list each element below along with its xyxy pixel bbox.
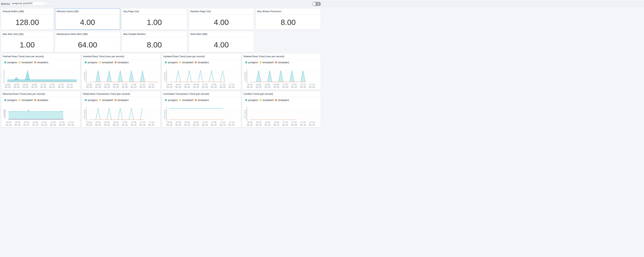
svg-text:17:06: 17:06 [49,84,55,86]
svg-text:17:14: 17:14 [148,84,154,86]
svg-text:08–30: 08–30 [113,124,119,126]
svg-text:17:06: 17:06 [131,121,136,123]
svg-text:08–30: 08–30 [32,124,38,126]
svg-text:08–30: 08–30 [282,124,288,126]
svg-text:17:14: 17:14 [68,121,74,123]
svg-text:08–30: 08–30 [148,86,154,88]
svg-text:08–30: 08–30 [113,86,119,88]
svg-text:08–30: 08–30 [31,86,37,88]
svg-text:1: 1 [166,107,167,110]
svg-text:17:10: 17:10 [220,121,225,123]
svg-text:08–30: 08–30 [6,124,12,126]
svg-text:08–30: 08–30 [273,124,279,126]
svg-text:17:06: 17:06 [292,84,297,86]
svg-text:08–30: 08–30 [23,124,29,126]
svg-text:08–30: 08–30 [291,124,297,126]
svg-text:08–30: 08–30 [68,124,74,126]
svg-text:0.6: 0.6 [164,74,167,76]
svg-text:17:10: 17:10 [300,84,306,86]
svg-text:0.2: 0.2 [164,116,167,119]
svg-text:17:10: 17:10 [58,84,64,86]
svg-text:16:58: 16:58 [32,121,38,123]
svg-text:0: 0 [4,81,4,83]
svg-text:16:46: 16:46 [247,84,252,86]
svg-text:08–30: 08–30 [122,86,128,88]
svg-text:08–30: 08–30 [247,86,253,88]
svg-text:08–30: 08–30 [130,86,136,88]
svg-text:16:46: 16:46 [5,84,10,86]
svg-text:08–30: 08–30 [104,124,110,126]
svg-text:16:50: 16:50 [256,121,261,123]
svg-text:0.4: 0.4 [244,114,248,116]
svg-text:08–30: 08–30 [256,86,262,88]
svg-text:17:02: 17:02 [202,121,208,123]
svg-text:16:54: 16:54 [24,121,29,123]
svg-text:17:10: 17:10 [300,121,306,123]
svg-text:17:02: 17:02 [282,121,288,123]
svg-text:08–30: 08–30 [122,124,128,126]
svg-text:0.6: 0.6 [84,74,87,76]
svg-text:08–30: 08–30 [228,124,234,126]
svg-text:16:46: 16:46 [167,121,172,123]
svg-text:17:10: 17:10 [59,121,64,123]
svg-text:1: 1 [86,107,87,110]
svg-text:08–30: 08–30 [264,124,270,126]
svg-text:08–30: 08–30 [95,124,101,126]
svg-text:17:06: 17:06 [131,84,136,86]
svg-text:0: 0 [86,119,87,121]
svg-text:17:14: 17:14 [148,121,154,123]
svg-text:08–30: 08–30 [67,86,73,88]
svg-text:16:54: 16:54 [265,121,270,123]
svg-text:17:10: 17:10 [140,121,145,123]
svg-text:08–30: 08–30 [95,86,101,88]
svg-text:1: 1 [246,70,247,72]
svg-text:0.8: 0.8 [164,72,167,74]
svg-text:16:54: 16:54 [184,84,190,86]
svg-text:16:58: 16:58 [113,84,118,86]
svg-text:08–30: 08–30 [139,124,145,126]
svg-text:08–30: 08–30 [40,86,46,88]
svg-text:0: 0 [246,119,247,121]
svg-text:08–30: 08–30 [41,124,47,126]
svg-text:17:02: 17:02 [202,84,208,86]
svg-text:08–30: 08–30 [166,124,172,126]
svg-text:0.4: 0.4 [244,76,248,79]
svg-text:0.2: 0.2 [84,116,87,119]
svg-text:08–30: 08–30 [291,86,297,88]
svg-text:0.8: 0.8 [244,72,247,74]
svg-text:08–30: 08–30 [22,86,28,88]
svg-text:16:46: 16:46 [6,121,11,123]
svg-text:0: 0 [246,81,247,83]
svg-text:17:06: 17:06 [50,121,56,123]
svg-text:08–30: 08–30 [247,124,253,126]
svg-text:1: 1 [246,107,247,110]
svg-text:08–30: 08–30 [59,124,65,126]
svg-text:08–30: 08–30 [86,86,92,88]
svg-text:0.4: 0.4 [164,114,167,116]
svg-text:08–30: 08–30 [220,86,226,88]
svg-text:08–30: 08–30 [104,86,110,88]
svg-text:0.8: 0.8 [164,110,167,112]
svg-text:08–30: 08–30 [193,124,199,126]
svg-text:16:46: 16:46 [86,84,92,86]
svg-text:0.4: 0.4 [84,114,87,116]
svg-text:08–30: 08–30 [175,86,181,88]
svg-text:16:50: 16:50 [95,84,101,86]
svg-text:08–30: 08–30 [49,86,55,88]
svg-text:4: 4 [4,72,5,74]
svg-text:17:02: 17:02 [122,84,127,86]
svg-text:17:10: 17:10 [140,84,145,86]
svg-text:16:46: 16:46 [86,121,92,123]
svg-text:16:54: 16:54 [104,84,110,86]
svg-text:17:14: 17:14 [67,84,72,86]
svg-text:16:54: 16:54 [184,121,190,123]
svg-text:08–30: 08–30 [228,86,234,88]
svg-text:0.8: 0.8 [84,72,87,74]
svg-text:16:50: 16:50 [176,121,181,123]
svg-text:0.6: 0.6 [164,112,167,114]
svg-text:08–30: 08–30 [300,86,306,88]
svg-text:0.6: 0.6 [84,112,87,114]
svg-text:0: 0 [166,81,167,83]
svg-text:16:50: 16:50 [256,84,261,86]
svg-text:16:58: 16:58 [194,121,199,123]
